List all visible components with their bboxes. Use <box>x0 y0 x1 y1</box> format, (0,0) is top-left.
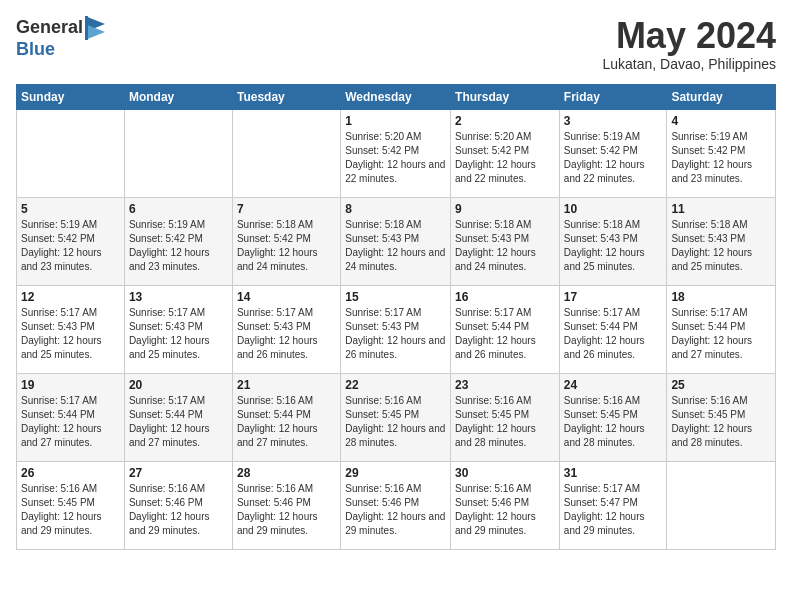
day-number: 23 <box>455 378 555 392</box>
day-info: Sunrise: 5:20 AM Sunset: 5:42 PM Dayligh… <box>345 130 446 186</box>
day-info: Sunrise: 5:16 AM Sunset: 5:45 PM Dayligh… <box>671 394 771 450</box>
logo-blue: Blue <box>16 39 55 59</box>
day-number: 29 <box>345 466 446 480</box>
day-number: 27 <box>129 466 228 480</box>
calendar-week-row: 26Sunrise: 5:16 AM Sunset: 5:45 PM Dayli… <box>17 461 776 549</box>
calendar-cell: 21Sunrise: 5:16 AM Sunset: 5:44 PM Dayli… <box>232 373 340 461</box>
day-info: Sunrise: 5:16 AM Sunset: 5:45 PM Dayligh… <box>564 394 663 450</box>
calendar-cell: 23Sunrise: 5:16 AM Sunset: 5:45 PM Dayli… <box>451 373 560 461</box>
day-info: Sunrise: 5:16 AM Sunset: 5:46 PM Dayligh… <box>129 482 228 538</box>
day-number: 21 <box>237 378 336 392</box>
day-info: Sunrise: 5:17 AM Sunset: 5:47 PM Dayligh… <box>564 482 663 538</box>
day-number: 25 <box>671 378 771 392</box>
day-info: Sunrise: 5:17 AM Sunset: 5:44 PM Dayligh… <box>564 306 663 362</box>
calendar-day-header: Thursday <box>451 84 560 109</box>
location-subtitle: Lukatan, Davao, Philippines <box>602 56 776 72</box>
day-number: 18 <box>671 290 771 304</box>
day-number: 4 <box>671 114 771 128</box>
calendar-cell: 18Sunrise: 5:17 AM Sunset: 5:44 PM Dayli… <box>667 285 776 373</box>
calendar-cell: 12Sunrise: 5:17 AM Sunset: 5:43 PM Dayli… <box>17 285 125 373</box>
calendar-cell <box>17 109 125 197</box>
day-info: Sunrise: 5:16 AM Sunset: 5:45 PM Dayligh… <box>345 394 446 450</box>
calendar-cell: 28Sunrise: 5:16 AM Sunset: 5:46 PM Dayli… <box>232 461 340 549</box>
calendar-cell: 9Sunrise: 5:18 AM Sunset: 5:43 PM Daylig… <box>451 197 560 285</box>
day-info: Sunrise: 5:19 AM Sunset: 5:42 PM Dayligh… <box>564 130 663 186</box>
calendar-cell: 13Sunrise: 5:17 AM Sunset: 5:43 PM Dayli… <box>124 285 232 373</box>
logo-general: General <box>16 18 83 38</box>
calendar-cell: 3Sunrise: 5:19 AM Sunset: 5:42 PM Daylig… <box>559 109 667 197</box>
day-info: Sunrise: 5:20 AM Sunset: 5:42 PM Dayligh… <box>455 130 555 186</box>
calendar-cell: 29Sunrise: 5:16 AM Sunset: 5:46 PM Dayli… <box>341 461 451 549</box>
calendar-cell: 4Sunrise: 5:19 AM Sunset: 5:42 PM Daylig… <box>667 109 776 197</box>
calendar-cell: 22Sunrise: 5:16 AM Sunset: 5:45 PM Dayli… <box>341 373 451 461</box>
calendar-cell: 25Sunrise: 5:16 AM Sunset: 5:45 PM Dayli… <box>667 373 776 461</box>
day-number: 16 <box>455 290 555 304</box>
day-info: Sunrise: 5:16 AM Sunset: 5:45 PM Dayligh… <box>21 482 120 538</box>
day-number: 30 <box>455 466 555 480</box>
day-info: Sunrise: 5:17 AM Sunset: 5:43 PM Dayligh… <box>21 306 120 362</box>
calendar-cell: 17Sunrise: 5:17 AM Sunset: 5:44 PM Dayli… <box>559 285 667 373</box>
calendar-cell <box>667 461 776 549</box>
day-number: 5 <box>21 202 120 216</box>
day-info: Sunrise: 5:16 AM Sunset: 5:46 PM Dayligh… <box>237 482 336 538</box>
calendar-cell: 5Sunrise: 5:19 AM Sunset: 5:42 PM Daylig… <box>17 197 125 285</box>
day-info: Sunrise: 5:17 AM Sunset: 5:43 PM Dayligh… <box>345 306 446 362</box>
title-area: May 2024 Lukatan, Davao, Philippines <box>602 16 776 72</box>
calendar-day-header: Monday <box>124 84 232 109</box>
day-number: 13 <box>129 290 228 304</box>
day-info: Sunrise: 5:19 AM Sunset: 5:42 PM Dayligh… <box>129 218 228 274</box>
calendar-cell: 6Sunrise: 5:19 AM Sunset: 5:42 PM Daylig… <box>124 197 232 285</box>
day-number: 31 <box>564 466 663 480</box>
calendar-cell: 30Sunrise: 5:16 AM Sunset: 5:46 PM Dayli… <box>451 461 560 549</box>
calendar-table: SundayMondayTuesdayWednesdayThursdayFrid… <box>16 84 776 550</box>
day-number: 17 <box>564 290 663 304</box>
day-info: Sunrise: 5:17 AM Sunset: 5:44 PM Dayligh… <box>671 306 771 362</box>
svg-rect-2 <box>85 16 88 40</box>
day-number: 22 <box>345 378 446 392</box>
calendar-cell: 10Sunrise: 5:18 AM Sunset: 5:43 PM Dayli… <box>559 197 667 285</box>
calendar-week-row: 19Sunrise: 5:17 AM Sunset: 5:44 PM Dayli… <box>17 373 776 461</box>
day-number: 24 <box>564 378 663 392</box>
calendar-cell: 1Sunrise: 5:20 AM Sunset: 5:42 PM Daylig… <box>341 109 451 197</box>
calendar-cell: 27Sunrise: 5:16 AM Sunset: 5:46 PM Dayli… <box>124 461 232 549</box>
day-number: 1 <box>345 114 446 128</box>
day-info: Sunrise: 5:18 AM Sunset: 5:43 PM Dayligh… <box>564 218 663 274</box>
calendar-day-header: Saturday <box>667 84 776 109</box>
calendar-day-header: Sunday <box>17 84 125 109</box>
calendar-cell: 31Sunrise: 5:17 AM Sunset: 5:47 PM Dayli… <box>559 461 667 549</box>
page-header: General Blue May 2024 Lukatan, Davao, Ph… <box>16 16 776 72</box>
day-info: Sunrise: 5:18 AM Sunset: 5:43 PM Dayligh… <box>671 218 771 274</box>
month-year-title: May 2024 <box>602 16 776 56</box>
day-info: Sunrise: 5:16 AM Sunset: 5:46 PM Dayligh… <box>455 482 555 538</box>
day-info: Sunrise: 5:17 AM Sunset: 5:43 PM Dayligh… <box>237 306 336 362</box>
day-number: 15 <box>345 290 446 304</box>
calendar-day-header: Friday <box>559 84 667 109</box>
day-info: Sunrise: 5:19 AM Sunset: 5:42 PM Dayligh… <box>671 130 771 186</box>
day-number: 3 <box>564 114 663 128</box>
day-number: 9 <box>455 202 555 216</box>
calendar-cell: 26Sunrise: 5:16 AM Sunset: 5:45 PM Dayli… <box>17 461 125 549</box>
calendar-day-header: Wednesday <box>341 84 451 109</box>
day-number: 12 <box>21 290 120 304</box>
day-info: Sunrise: 5:17 AM Sunset: 5:44 PM Dayligh… <box>129 394 228 450</box>
calendar-cell: 15Sunrise: 5:17 AM Sunset: 5:43 PM Dayli… <box>341 285 451 373</box>
day-info: Sunrise: 5:16 AM Sunset: 5:44 PM Dayligh… <box>237 394 336 450</box>
logo: General Blue <box>16 16 105 60</box>
day-number: 2 <box>455 114 555 128</box>
calendar-cell <box>124 109 232 197</box>
calendar-week-row: 1Sunrise: 5:20 AM Sunset: 5:42 PM Daylig… <box>17 109 776 197</box>
day-number: 20 <box>129 378 228 392</box>
calendar-cell: 20Sunrise: 5:17 AM Sunset: 5:44 PM Dayli… <box>124 373 232 461</box>
day-number: 6 <box>129 202 228 216</box>
day-number: 10 <box>564 202 663 216</box>
calendar-week-row: 5Sunrise: 5:19 AM Sunset: 5:42 PM Daylig… <box>17 197 776 285</box>
day-info: Sunrise: 5:17 AM Sunset: 5:44 PM Dayligh… <box>455 306 555 362</box>
day-number: 28 <box>237 466 336 480</box>
calendar-cell: 16Sunrise: 5:17 AM Sunset: 5:44 PM Dayli… <box>451 285 560 373</box>
day-info: Sunrise: 5:17 AM Sunset: 5:43 PM Dayligh… <box>129 306 228 362</box>
calendar-cell: 8Sunrise: 5:18 AM Sunset: 5:43 PM Daylig… <box>341 197 451 285</box>
day-number: 11 <box>671 202 771 216</box>
logo-flag-icon <box>85 16 105 40</box>
calendar-cell: 11Sunrise: 5:18 AM Sunset: 5:43 PM Dayli… <box>667 197 776 285</box>
calendar-week-row: 12Sunrise: 5:17 AM Sunset: 5:43 PM Dayli… <box>17 285 776 373</box>
